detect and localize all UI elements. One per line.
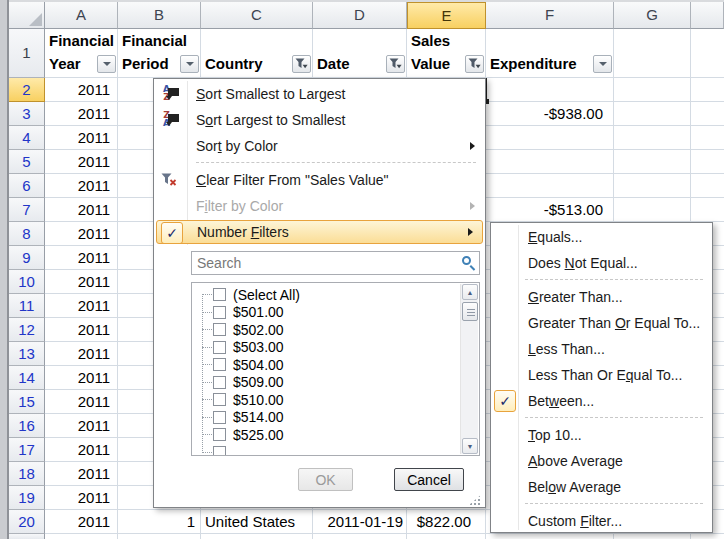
ok-button[interactable]: OK	[298, 468, 353, 491]
filter-value-select-all[interactable]: (Select All)	[198, 286, 459, 304]
column-header-E[interactable]: E	[407, 2, 486, 29]
row-header-2[interactable]: 2	[9, 78, 45, 102]
row-header-17[interactable]: 17	[9, 438, 45, 462]
row-header-6[interactable]: 6	[9, 174, 45, 198]
submenu-item-equals[interactable]: Equals...	[492, 224, 711, 250]
cell-A15[interactable]: 2011	[45, 390, 117, 413]
row-header-15[interactable]: 15	[9, 390, 45, 414]
filter-funnel-button-date[interactable]	[386, 55, 405, 73]
filter-dropdown-button-year[interactable]	[97, 55, 116, 73]
checkbox[interactable]	[213, 428, 226, 441]
submenu-item-greater-than-or-equal-to[interactable]: Greater Than Or Equal To...	[492, 310, 711, 336]
checkbox[interactable]	[213, 341, 226, 354]
checkbox[interactable]	[213, 306, 226, 319]
column-header-A[interactable]: A	[45, 2, 118, 29]
submenu-item-custom-filter[interactable]: Custom Filter...	[492, 508, 711, 534]
cell-A19[interactable]: 2011	[45, 486, 117, 509]
row-header-3[interactable]: 3	[9, 102, 45, 126]
checkbox[interactable]	[213, 288, 226, 301]
search-input[interactable]	[191, 251, 480, 275]
resize-grip[interactable]	[469, 494, 482, 505]
checkbox[interactable]	[213, 393, 226, 406]
scroll-up-icon[interactable]: ▲	[462, 284, 478, 300]
row-header-4[interactable]: 4	[9, 126, 45, 150]
cell-C20[interactable]: United States	[201, 510, 312, 533]
filter-value-504-00[interactable]: $504.00	[198, 356, 459, 374]
row-header-5[interactable]: 5	[9, 150, 45, 174]
cell-A9[interactable]: 2011	[45, 246, 117, 269]
column-header-partial[interactable]	[691, 2, 724, 29]
cell-A12[interactable]: 2011	[45, 318, 117, 341]
row-header-20[interactable]: 20	[9, 510, 45, 534]
cell-A3[interactable]: 2011	[45, 102, 117, 125]
row-header-9[interactable]: 9	[9, 246, 45, 270]
row-header-1[interactable]: 1	[9, 29, 45, 78]
filter-value-509-00[interactable]: $509.00	[198, 374, 459, 392]
cell-A7[interactable]: 2011	[45, 198, 117, 221]
menu-item-sort-smallest-to-largest[interactable]: AZSort Smallest to Largest	[155, 81, 484, 107]
submenu-item-between[interactable]: ✓Between...	[492, 388, 711, 414]
row-header-partial[interactable]	[9, 534, 45, 539]
scroll-down-icon[interactable]: ▼	[462, 438, 478, 454]
filter-dropdown-button-period[interactable]	[180, 55, 199, 73]
checkbox[interactable]	[213, 411, 226, 424]
filter-value-503-00[interactable]: $503.00	[198, 339, 459, 357]
row-header-14[interactable]: 14	[9, 366, 45, 390]
filter-value-525-00[interactable]: $525.00	[198, 426, 459, 444]
filter-funnel-button-value[interactable]	[465, 55, 484, 73]
header-cell-financial-period[interactable]: FinancialPeriod	[118, 29, 201, 77]
row-header-8[interactable]: 8	[9, 222, 45, 246]
submenu-item-does-not-equal[interactable]: Does Not Equal...	[492, 250, 711, 276]
cell-A8[interactable]: 2011	[45, 222, 117, 245]
cell-A14[interactable]: 2011	[45, 366, 117, 389]
row-header-7[interactable]: 7	[9, 198, 45, 222]
cell-B20[interactable]: 1	[118, 510, 200, 533]
submenu-item-below-average[interactable]: Below Average	[492, 474, 711, 500]
submenu-item-less-than[interactable]: Less Than...	[492, 336, 711, 362]
submenu-item-greater-than[interactable]: Greater Than...	[492, 284, 711, 310]
filter-value-514-00[interactable]: $514.00	[198, 409, 459, 427]
header-cell-sales-value[interactable]: SalesValue	[407, 29, 486, 77]
cell-A18[interactable]: 2011	[45, 462, 117, 485]
cell-A20[interactable]: 2011	[45, 510, 117, 533]
select-all-corner[interactable]	[9, 2, 45, 29]
cell-F7[interactable]: -$513.00	[486, 198, 613, 221]
row-header-18[interactable]: 18	[9, 462, 45, 486]
cell-A6[interactable]: 2011	[45, 174, 117, 197]
list-scrollbar[interactable]: ▲ ▼	[460, 284, 478, 454]
cell-D20[interactable]: 2011-01-19	[313, 510, 406, 533]
row-header-12[interactable]: 12	[9, 318, 45, 342]
filter-funnel-button-country[interactable]	[292, 55, 311, 73]
checkbox[interactable]	[213, 376, 226, 389]
header-cell-financial-year[interactable]: FinancialYear	[45, 29, 118, 77]
submenu-item-less-than-or-equal-to[interactable]: Less Than Or Equal To...	[492, 362, 711, 388]
cell-A10[interactable]: 2011	[45, 270, 117, 293]
row-header-16[interactable]: 16	[9, 414, 45, 438]
cell-A17[interactable]: 2011	[45, 438, 117, 461]
submenu-item-above-average[interactable]: Above Average	[492, 448, 711, 474]
checkbox[interactable]	[213, 358, 226, 371]
column-header-D[interactable]: D	[313, 2, 407, 29]
column-header-G[interactable]: G	[614, 2, 691, 29]
cell-A16[interactable]: 2011	[45, 414, 117, 437]
header-cell-expenditure[interactable]: Expenditure	[486, 29, 614, 77]
cell-A13[interactable]: 2011	[45, 342, 117, 365]
row-header-13[interactable]: 13	[9, 342, 45, 366]
menu-item-sort-largest-to-smallest[interactable]: ZASort Largest to Smallest	[155, 107, 484, 133]
cancel-button[interactable]: Cancel	[394, 468, 464, 491]
cell-A11[interactable]: 2011	[45, 294, 117, 317]
filter-value-502-00[interactable]: $502.00	[198, 321, 459, 339]
row-header-11[interactable]: 11	[9, 294, 45, 318]
submenu-item-top-10[interactable]: Top 10...	[492, 422, 711, 448]
header-cell-date[interactable]: Date	[313, 29, 407, 77]
menu-item-number-filters[interactable]: ✓Number Filters	[156, 220, 483, 244]
menu-item-clear-filter-from-sales-value[interactable]: Clear Filter From "Sales Value"	[155, 167, 484, 193]
cell-A4[interactable]: 2011	[45, 126, 117, 149]
column-header-B[interactable]: B	[118, 2, 201, 29]
row-header-19[interactable]: 19	[9, 486, 45, 510]
scroll-thumb[interactable]	[462, 302, 478, 321]
cell-A5[interactable]: 2011	[45, 150, 117, 173]
column-header-C[interactable]: C	[201, 2, 313, 29]
header-cell-country[interactable]: Country	[201, 29, 313, 77]
menu-item-sort-by-color[interactable]: Sort by Color	[155, 133, 484, 159]
